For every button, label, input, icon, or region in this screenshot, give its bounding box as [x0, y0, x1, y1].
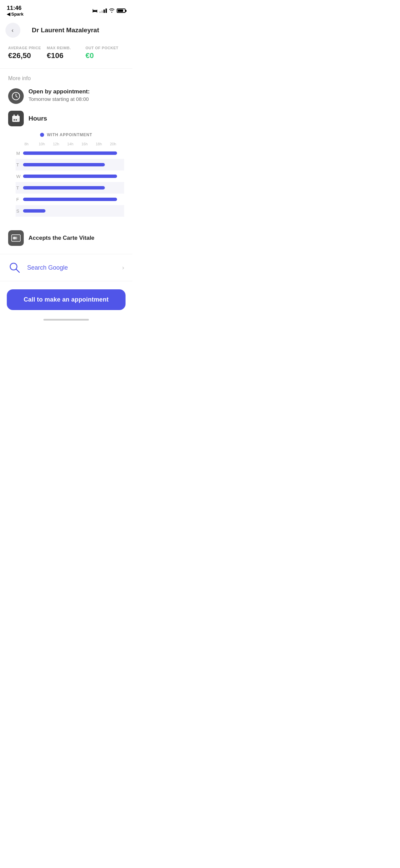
- search-google-icon: [9, 262, 20, 273]
- hour-label-14: 14h: [67, 142, 81, 146]
- hours-section: Hours WITH APPOINTMENT 8h 10h 12h 14h 16…: [0, 111, 132, 225]
- chart-rows-wrap: M T W T: [16, 147, 124, 217]
- search-google-text: Search Google: [27, 264, 117, 271]
- average-price-label: AVERAGE PRICE: [8, 46, 47, 50]
- hour-label-20: 20h: [110, 142, 124, 146]
- signal-bars: [99, 8, 107, 13]
- pricing-section: AVERAGE PRICE €26,50 MAX REIMB. €106 OUT…: [0, 43, 132, 68]
- max-reimb-col: MAX REIMB. €106: [47, 46, 85, 60]
- day-label-t1: T: [16, 162, 23, 167]
- legend-label: WITH APPOINTMENT: [47, 132, 92, 137]
- day-label-s: S: [16, 209, 23, 214]
- day-bar-wednesday: [23, 170, 124, 182]
- day-bar-friday: [23, 194, 124, 205]
- status-left: 11:46 ◀ Spark: [7, 5, 23, 17]
- chart-row-thursday: T: [16, 182, 124, 194]
- appointment-text-col: Open by appointment: Tomorrow starting a…: [28, 88, 124, 102]
- hour-label-16: 16h: [81, 142, 96, 146]
- hours-legend: WITH APPOINTMENT: [8, 132, 124, 137]
- status-app-name: ◀ Spark: [7, 12, 23, 17]
- day-bar-thursday: [23, 182, 124, 194]
- bed-icon: 🛏: [92, 8, 97, 14]
- carte-vitale-row: Accepts the Carte Vitale: [0, 225, 132, 254]
- legend-dot: [40, 133, 44, 137]
- average-price-value: €26,50: [8, 51, 47, 60]
- chart-row-friday: F: [16, 194, 124, 205]
- day-bar-monday: [23, 147, 124, 159]
- bar-wednesday: [23, 175, 117, 178]
- chevron-right-icon: ›: [122, 264, 124, 271]
- day-label-t2: T: [16, 185, 23, 191]
- home-indicator: [0, 315, 132, 323]
- search-google-row[interactable]: Search Google ›: [0, 254, 132, 281]
- appointment-sub-text: Tomorrow starting at 08:00: [28, 96, 124, 102]
- hour-label-10: 10h: [39, 142, 53, 146]
- chart-row-tuesday: T: [16, 159, 124, 170]
- day-bar-saturday: [23, 205, 124, 217]
- status-bar: 11:46 ◀ Spark 🛏: [0, 0, 132, 19]
- more-info-section: More info: [0, 69, 132, 82]
- hours-chart: 8h 10h 12h 14h 16h 18h 20h: [8, 142, 124, 217]
- carte-icon-wrap: [8, 230, 24, 246]
- max-reimb-value: €106: [47, 51, 85, 60]
- battery-icon: [117, 8, 126, 13]
- svg-rect-5: [14, 119, 15, 121]
- day-bar-tuesday: [23, 159, 124, 170]
- page-title: Dr Laurent Mazaleyrat: [20, 26, 126, 34]
- chart-row-saturday: S: [16, 205, 124, 217]
- hour-label-12: 12h: [53, 142, 67, 146]
- chart-row-monday: M: [16, 147, 124, 159]
- status-time: 11:46: [7, 5, 23, 12]
- wifi-icon: [109, 8, 115, 14]
- appointment-main-text: Open by appointment:: [28, 88, 124, 95]
- out-of-pocket-value: €0: [85, 51, 124, 60]
- day-label-m: M: [16, 151, 23, 156]
- status-right: 🛏: [92, 8, 126, 14]
- header: ‹ Dr Laurent Mazaleyrat: [0, 19, 132, 43]
- cta-button[interactable]: Call to make an appointment: [7, 289, 126, 310]
- svg-line-11: [16, 269, 19, 272]
- bar-thursday: [23, 186, 105, 189]
- average-price-col: AVERAGE PRICE €26,50: [8, 46, 47, 60]
- back-arrow-small: ◀: [7, 12, 10, 17]
- svg-rect-2: [12, 116, 20, 118]
- bar-saturday: [23, 209, 45, 213]
- svg-rect-3: [14, 114, 15, 116]
- calendar-icon: [11, 114, 21, 123]
- day-label-f: F: [16, 197, 23, 202]
- svg-point-9: [15, 237, 17, 239]
- clock-icon: [12, 92, 20, 101]
- hour-label-8: 8h: [24, 142, 39, 146]
- hours-title: Hours: [28, 115, 47, 122]
- out-of-pocket-col: OUT OF POCKET €0: [85, 46, 124, 60]
- bar-tuesday: [23, 163, 105, 166]
- clock-icon-wrap: [8, 88, 24, 104]
- bar-monday: [23, 151, 117, 155]
- appointment-row: Open by appointment: Tomorrow starting a…: [0, 82, 132, 111]
- back-button[interactable]: ‹: [5, 23, 20, 38]
- chart-row-wednesday: W: [16, 170, 124, 182]
- chart-hours-row: 8h 10h 12h 14h 16h 18h 20h: [16, 142, 124, 146]
- more-info-label: More info: [8, 75, 31, 81]
- carte-vitale-icon: [11, 234, 21, 242]
- carte-vitale-text: Accepts the Carte Vitale: [28, 235, 94, 241]
- cta-section: Call to make an appointment: [0, 281, 132, 315]
- home-bar: [43, 319, 89, 321]
- svg-point-10: [10, 263, 17, 270]
- back-chevron-icon: ‹: [12, 27, 14, 34]
- search-icon-wrap: [7, 260, 22, 275]
- day-label-w: W: [16, 174, 23, 179]
- svg-rect-6: [16, 119, 17, 121]
- max-reimb-label: MAX REIMB.: [47, 46, 85, 50]
- hours-header: Hours: [8, 111, 124, 126]
- out-of-pocket-label: OUT OF POCKET: [85, 46, 124, 50]
- bar-friday: [23, 198, 117, 201]
- hour-label-18: 18h: [96, 142, 110, 146]
- svg-rect-4: [17, 114, 18, 116]
- calendar-icon-wrap: [8, 111, 24, 126]
